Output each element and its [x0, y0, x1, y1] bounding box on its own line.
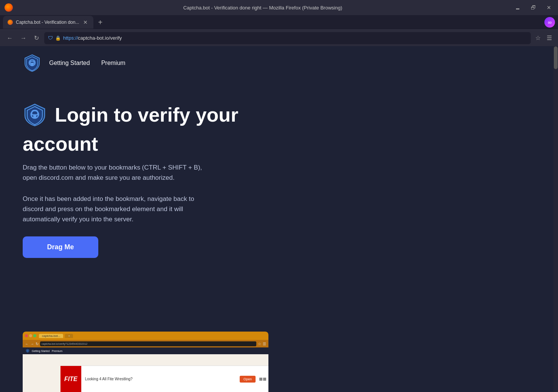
preview-url: captcha-bot.io/verify?12345443332312 [42, 343, 87, 345]
maximize-button[interactable]: 🗗 [529, 4, 538, 11]
hero-description-2: Once it has been added into the bookmark… [23, 194, 287, 225]
active-tab[interactable]: Captcha.bot - Verification don... ✕ [3, 16, 93, 29]
preview-ad-logo: FITE [60, 366, 81, 392]
hero-subtitle: account [23, 133, 287, 155]
preview-premium: Premium [52, 350, 62, 352]
preview-ad-button: Open [240, 376, 256, 383]
preview-ad-banner: FITE Looking 4 All Fite Wrestling? Open [60, 366, 268, 392]
title-bar-controls: 🗕 🗗 ✕ [513, 4, 553, 11]
tab-close-button[interactable]: ✕ [82, 19, 89, 26]
site-navigation: Getting Started Premium [49, 60, 126, 66]
window-title: Captcha.bot - Verification done right — … [13, 5, 513, 11]
scrollbar-track[interactable] [553, 46, 558, 392]
firefox-logo-icon [5, 3, 13, 12]
url-host: captcha-bot.io/verify [78, 35, 122, 41]
navigation-bar: ← → ↻ 🛡 🔒 https://captcha-bot.io/verify … [0, 29, 558, 46]
hero-description-1: Drag the button below to your bookmarks … [23, 162, 287, 183]
svg-rect-6 [27, 351, 28, 352]
back-button[interactable]: ← [5, 33, 15, 43]
tab-favicon-icon [8, 20, 13, 25]
preview-getting-started: Getting Started [32, 350, 50, 352]
hero-title: Login to verify your [55, 104, 238, 126]
nav-link-getting-started[interactable]: Getting Started [49, 60, 90, 66]
drag-me-button[interactable]: Drag Me [23, 236, 98, 258]
hero-logo [23, 103, 47, 127]
hero-section: Login to verify your account Drag the bu… [23, 103, 287, 258]
bookmark-button[interactable]: ☆ [534, 33, 542, 43]
title-bar: Captcha.bot - Verification done right — … [0, 0, 558, 15]
new-tab-button[interactable]: + [95, 19, 105, 26]
preview-tab: captcha-bot... [39, 334, 63, 338]
private-icon: ∞ [548, 19, 552, 25]
hero-title-container: Login to verify your [23, 103, 287, 127]
forward-button[interactable]: → [18, 33, 29, 43]
refresh-button[interactable]: ↻ [32, 33, 41, 43]
lock-icon: 🔒 [55, 35, 61, 41]
close-window-button[interactable]: ✕ [544, 4, 553, 11]
preview-screenshot: captcha-bot... × ← → ↻ captcha-bot.io/ve… [23, 332, 268, 392]
tab-bar: Captcha.bot - Verification don... ✕ + ∞ [0, 15, 558, 29]
url-text: https://captcha-bot.io/verify [63, 35, 527, 41]
nav-actions: ☆ ☰ [534, 33, 553, 43]
minimize-button[interactable]: 🗕 [513, 4, 522, 11]
preview-ad-text: Looking 4 All Fite Wrestling? [81, 375, 240, 383]
title-bar-left [5, 3, 13, 12]
browser-chrome: Captcha.bot - Verification done right — … [0, 0, 558, 46]
tracking-protection-icon: 🛡 [48, 35, 53, 41]
page-content: Getting Started Premium Login to verify … [0, 46, 558, 392]
site-logo [23, 54, 42, 73]
url-scheme: https:// [63, 35, 78, 41]
address-bar[interactable]: 🛡 🔒 https://captcha-bot.io/verify [44, 32, 531, 44]
scrollbar-thumb[interactable] [554, 46, 558, 69]
menu-button[interactable]: ☰ [545, 33, 553, 43]
private-browsing-badge: ∞ [544, 17, 555, 28]
nav-link-premium[interactable]: Premium [101, 60, 126, 66]
site-header: Getting Started Premium [0, 46, 558, 80]
tab-label: Captcha.bot - Verification don... [16, 20, 79, 25]
preview-tab-2: × [65, 334, 73, 338]
